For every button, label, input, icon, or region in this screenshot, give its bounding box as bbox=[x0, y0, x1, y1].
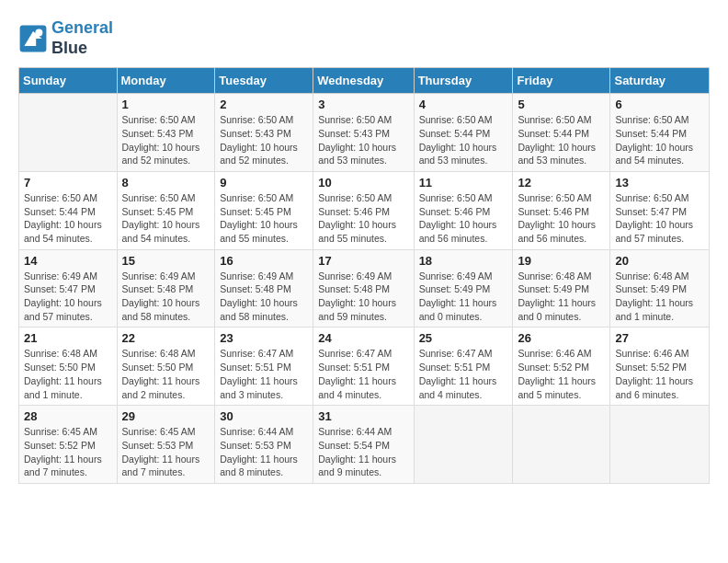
calendar-cell: 30Sunrise: 6:44 AM Sunset: 5:53 PM Dayli… bbox=[215, 406, 313, 484]
weekday-header-friday: Friday bbox=[513, 68, 610, 94]
day-info: Sunrise: 6:49 AM Sunset: 5:49 PM Dayligh… bbox=[419, 270, 508, 324]
day-info: Sunrise: 6:50 AM Sunset: 5:43 PM Dayligh… bbox=[122, 113, 210, 167]
calendar-cell: 31Sunrise: 6:44 AM Sunset: 5:54 PM Dayli… bbox=[313, 406, 414, 484]
day-info: Sunrise: 6:49 AM Sunset: 5:48 PM Dayligh… bbox=[122, 270, 210, 324]
weekday-header-monday: Monday bbox=[117, 68, 215, 94]
day-number: 27 bbox=[615, 331, 704, 345]
day-number: 29 bbox=[122, 409, 210, 423]
calendar-week-row: 28Sunrise: 6:45 AM Sunset: 5:52 PM Dayli… bbox=[19, 406, 710, 484]
day-info: Sunrise: 6:45 AM Sunset: 5:53 PM Dayligh… bbox=[122, 425, 210, 479]
calendar-cell: 11Sunrise: 6:50 AM Sunset: 5:46 PM Dayli… bbox=[414, 171, 513, 249]
day-number: 12 bbox=[518, 176, 605, 190]
calendar-cell bbox=[414, 406, 513, 484]
calendar-cell: 9Sunrise: 6:50 AM Sunset: 5:45 PM Daylig… bbox=[215, 171, 313, 249]
calendar-cell bbox=[610, 406, 710, 484]
day-number: 2 bbox=[220, 98, 308, 111]
calendar-cell: 19Sunrise: 6:48 AM Sunset: 5:49 PM Dayli… bbox=[513, 249, 610, 327]
calendar-cell: 8Sunrise: 6:50 AM Sunset: 5:45 PM Daylig… bbox=[117, 171, 215, 249]
day-info: Sunrise: 6:49 AM Sunset: 5:48 PM Dayligh… bbox=[318, 270, 408, 324]
day-info: Sunrise: 6:50 AM Sunset: 5:44 PM Dayligh… bbox=[24, 191, 112, 246]
day-number: 3 bbox=[318, 98, 408, 111]
day-number: 6 bbox=[615, 98, 704, 111]
day-info: Sunrise: 6:45 AM Sunset: 5:52 PM Dayligh… bbox=[24, 425, 112, 479]
day-info: Sunrise: 6:47 AM Sunset: 5:51 PM Dayligh… bbox=[419, 347, 508, 401]
calendar-cell: 21Sunrise: 6:48 AM Sunset: 5:50 PM Dayli… bbox=[19, 327, 118, 406]
day-info: Sunrise: 6:50 AM Sunset: 5:46 PM Dayligh… bbox=[318, 191, 408, 246]
day-number: 9 bbox=[220, 176, 308, 190]
day-info: Sunrise: 6:50 AM Sunset: 5:43 PM Dayligh… bbox=[220, 113, 308, 167]
day-info: Sunrise: 6:50 AM Sunset: 5:45 PM Dayligh… bbox=[220, 191, 308, 246]
calendar-cell: 12Sunrise: 6:50 AM Sunset: 5:46 PM Dayli… bbox=[513, 171, 610, 249]
calendar-cell: 2Sunrise: 6:50 AM Sunset: 5:43 PM Daylig… bbox=[215, 94, 313, 172]
calendar-cell: 26Sunrise: 6:46 AM Sunset: 5:52 PM Dayli… bbox=[513, 327, 610, 406]
day-info: Sunrise: 6:44 AM Sunset: 5:54 PM Dayligh… bbox=[318, 425, 408, 479]
day-number: 24 bbox=[318, 331, 408, 345]
calendar-cell: 14Sunrise: 6:49 AM Sunset: 5:47 PM Dayli… bbox=[19, 249, 118, 327]
weekday-header-tuesday: Tuesday bbox=[215, 68, 313, 94]
weekday-header-thursday: Thursday bbox=[414, 68, 513, 94]
logo: General Blue bbox=[18, 18, 113, 58]
day-info: Sunrise: 6:47 AM Sunset: 5:51 PM Dayligh… bbox=[220, 347, 308, 401]
logo-icon bbox=[18, 24, 48, 53]
day-number: 23 bbox=[220, 331, 308, 345]
day-info: Sunrise: 6:48 AM Sunset: 5:49 PM Dayligh… bbox=[518, 270, 605, 324]
calendar-cell: 10Sunrise: 6:50 AM Sunset: 5:46 PM Dayli… bbox=[313, 171, 414, 249]
day-info: Sunrise: 6:50 AM Sunset: 5:46 PM Dayligh… bbox=[518, 191, 605, 246]
calendar-cell: 24Sunrise: 6:47 AM Sunset: 5:51 PM Dayli… bbox=[313, 327, 414, 406]
day-number: 5 bbox=[518, 98, 605, 111]
day-number: 17 bbox=[318, 254, 408, 268]
day-info: Sunrise: 6:50 AM Sunset: 5:43 PM Dayligh… bbox=[318, 113, 408, 167]
day-number: 10 bbox=[318, 176, 408, 190]
calendar-cell: 28Sunrise: 6:45 AM Sunset: 5:52 PM Dayli… bbox=[19, 406, 118, 484]
day-number: 15 bbox=[122, 254, 210, 268]
day-number: 8 bbox=[122, 176, 210, 190]
day-number: 1 bbox=[122, 98, 210, 111]
day-info: Sunrise: 6:44 AM Sunset: 5:53 PM Dayligh… bbox=[220, 425, 308, 479]
calendar-cell: 22Sunrise: 6:48 AM Sunset: 5:50 PM Dayli… bbox=[117, 327, 215, 406]
calendar-cell: 13Sunrise: 6:50 AM Sunset: 5:47 PM Dayli… bbox=[610, 171, 710, 249]
day-number: 26 bbox=[518, 331, 605, 345]
day-info: Sunrise: 6:48 AM Sunset: 5:50 PM Dayligh… bbox=[24, 347, 112, 401]
day-number: 4 bbox=[419, 98, 508, 111]
page-header: General Blue bbox=[18, 18, 710, 58]
day-number: 16 bbox=[220, 254, 308, 268]
logo-text: General Blue bbox=[51, 18, 113, 58]
day-info: Sunrise: 6:50 AM Sunset: 5:44 PM Dayligh… bbox=[419, 113, 508, 167]
day-info: Sunrise: 6:48 AM Sunset: 5:50 PM Dayligh… bbox=[122, 347, 210, 401]
calendar-cell: 20Sunrise: 6:48 AM Sunset: 5:49 PM Dayli… bbox=[610, 249, 710, 327]
day-number: 25 bbox=[419, 331, 508, 345]
day-info: Sunrise: 6:50 AM Sunset: 5:44 PM Dayligh… bbox=[518, 113, 605, 167]
calendar-week-row: 1Sunrise: 6:50 AM Sunset: 5:43 PM Daylig… bbox=[19, 94, 710, 172]
calendar-week-row: 21Sunrise: 6:48 AM Sunset: 5:50 PM Dayli… bbox=[19, 327, 710, 406]
calendar-cell: 15Sunrise: 6:49 AM Sunset: 5:48 PM Dayli… bbox=[117, 249, 215, 327]
day-number: 19 bbox=[518, 254, 605, 268]
svg-point-2 bbox=[35, 29, 42, 36]
calendar-cell: 27Sunrise: 6:46 AM Sunset: 5:52 PM Dayli… bbox=[610, 327, 710, 406]
calendar-week-row: 7Sunrise: 6:50 AM Sunset: 5:44 PM Daylig… bbox=[19, 171, 710, 249]
calendar-table: SundayMondayTuesdayWednesdayThursdayFrid… bbox=[18, 67, 710, 484]
day-info: Sunrise: 6:46 AM Sunset: 5:52 PM Dayligh… bbox=[615, 347, 704, 401]
calendar-cell: 25Sunrise: 6:47 AM Sunset: 5:51 PM Dayli… bbox=[414, 327, 513, 406]
day-number: 7 bbox=[24, 176, 112, 190]
calendar-cell: 7Sunrise: 6:50 AM Sunset: 5:44 PM Daylig… bbox=[19, 171, 118, 249]
day-info: Sunrise: 6:50 AM Sunset: 5:46 PM Dayligh… bbox=[419, 191, 508, 246]
calendar-cell: 18Sunrise: 6:49 AM Sunset: 5:49 PM Dayli… bbox=[414, 249, 513, 327]
calendar-cell: 6Sunrise: 6:50 AM Sunset: 5:44 PM Daylig… bbox=[610, 94, 710, 172]
day-info: Sunrise: 6:48 AM Sunset: 5:49 PM Dayligh… bbox=[615, 270, 704, 324]
calendar-cell: 16Sunrise: 6:49 AM Sunset: 5:48 PM Dayli… bbox=[215, 249, 313, 327]
day-number: 22 bbox=[122, 331, 210, 345]
day-info: Sunrise: 6:49 AM Sunset: 5:48 PM Dayligh… bbox=[220, 270, 308, 324]
weekday-header-saturday: Saturday bbox=[610, 68, 710, 94]
day-number: 18 bbox=[419, 254, 508, 268]
day-number: 28 bbox=[24, 409, 112, 423]
calendar-week-row: 14Sunrise: 6:49 AM Sunset: 5:47 PM Dayli… bbox=[19, 249, 710, 327]
calendar-cell: 5Sunrise: 6:50 AM Sunset: 5:44 PM Daylig… bbox=[513, 94, 610, 172]
calendar-cell: 1Sunrise: 6:50 AM Sunset: 5:43 PM Daylig… bbox=[117, 94, 215, 172]
weekday-header-wednesday: Wednesday bbox=[313, 68, 414, 94]
day-number: 20 bbox=[615, 254, 704, 268]
calendar-cell: 23Sunrise: 6:47 AM Sunset: 5:51 PM Dayli… bbox=[215, 327, 313, 406]
calendar-cell bbox=[513, 406, 610, 484]
day-number: 21 bbox=[24, 331, 112, 345]
day-info: Sunrise: 6:46 AM Sunset: 5:52 PM Dayligh… bbox=[518, 347, 605, 401]
day-info: Sunrise: 6:50 AM Sunset: 5:45 PM Dayligh… bbox=[122, 191, 210, 246]
